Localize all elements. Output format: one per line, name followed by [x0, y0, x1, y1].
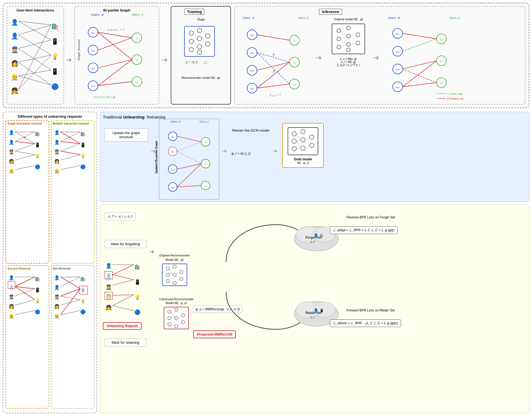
- svg-line-145: [15, 155, 35, 160]
- svg-line-216: [177, 164, 201, 169]
- unlearning-people-svg: 👤 👤 👮 👩 👧 🛍️ 📱 💡 🔵: [104, 259, 147, 319]
- svg-text:u₃: u₃: [91, 66, 95, 70]
- svg-text:👤: 👤: [106, 273, 112, 279]
- updated-bipartite-label: Updated Bi-partite Graph: [155, 141, 158, 174]
- mmrecun-box: 𝒟_T = 𝒟_r ∪ 𝒟_f Mark for forgetting ➜ 👤 …: [100, 204, 529, 413]
- original-gcn: [329, 22, 368, 55]
- svg-line-196: [60, 300, 80, 305]
- svg-text:u₂: u₂: [91, 48, 95, 52]
- svg-line-22: [18, 55, 51, 89]
- svg-line-249: [112, 295, 134, 306]
- svg-text:📱: 📱: [320, 308, 324, 313]
- svg-text:i₁: i₁: [136, 36, 138, 40]
- svg-line-80: [257, 35, 290, 40]
- svg-line-146: [15, 166, 35, 170]
- svg-text:🔵: 🔵: [134, 309, 141, 315]
- svg-line-160: [60, 144, 80, 151]
- svg-text:i₂: i₂: [440, 59, 443, 63]
- item-removal-box: Item Removal 👤 👤 👮 👩 👷 🛍️ 📱 💡 🔵: [51, 265, 95, 409]
- svg-text:i₂: i₂: [204, 162, 207, 166]
- svg-line-143: [15, 144, 35, 151]
- svg-text:i₃: i₃: [204, 184, 207, 188]
- svg-line-124: [403, 83, 436, 87]
- mark-forgetting-box: Mark for forgetting: [104, 240, 147, 248]
- svg-text:🔵: 🔵: [35, 164, 40, 169]
- svg-rect-221: [288, 128, 318, 155]
- svg-line-253: [112, 295, 134, 295]
- graph-structure-label: Graph structure: [77, 39, 80, 60]
- svg-line-13: [18, 25, 51, 35]
- arrow-inf1: ➜: [316, 53, 322, 62]
- svg-text:🛍️: 🛍️: [51, 23, 59, 30]
- svg-text:u₄: u₄: [250, 86, 254, 90]
- result-graph: Users 𝒰 Items 𝒥 u₁ u₂ u₃ u₄ i₁ i₂ i₃: [383, 16, 465, 104]
- svg-text:🛍️: 🛍️: [35, 276, 40, 282]
- svg-text:= ?: = ?: [276, 93, 281, 96]
- arrow-1: ➜: [66, 55, 72, 64]
- original-model-box: Original model M(·, φ) e_u = M(u, φ): [326, 18, 370, 89]
- svg-text:👤: 👤: [54, 275, 60, 280]
- svg-text:🛍️: 🛍️: [134, 264, 141, 270]
- svg-text:?: ?: [273, 69, 275, 74]
- result-diagram: u₁ u₂ u₃ u₄ i₁ i₂ i₃: [383, 20, 463, 100]
- svg-text:📱: 📱: [35, 142, 40, 148]
- svg-line-194: [60, 277, 80, 287]
- proposed-text: Proposed MMRecUN: [197, 332, 232, 336]
- unlearning-people: 👤 👤 👮 👩 👧 🛍️ 📱 💡 🔵: [104, 259, 148, 320]
- svg-text:✗ Unlikely edge: ✗ Unlikely edge: [447, 97, 463, 100]
- svg-text:u_i,i_1: u_i,i_1: [111, 28, 118, 31]
- svg-text:👤: 👤: [9, 285, 14, 290]
- svg-text:👮: 👮: [11, 46, 19, 53]
- dt-formula-box: 𝒟_T = 𝒟_r ∪ 𝒟_f: [104, 213, 135, 220]
- bipartite-panel: Bi-partite Graph Users 𝒰 Items 𝒥 Graph s…: [74, 6, 159, 105]
- svg-text:i₂: i₂: [293, 60, 296, 64]
- svg-text:✕: ✕: [23, 136, 26, 140]
- svg-line-162: [60, 166, 80, 170]
- train-label: Train: [197, 18, 205, 22]
- svg-text:👮: 👮: [54, 294, 60, 299]
- svg-line-252: [112, 275, 134, 280]
- original-recommender: Original Recommender Model M(·, φ): [159, 254, 190, 288]
- svg-text:u,i: u,i: [273, 94, 275, 97]
- svg-line-18: [18, 62, 51, 85]
- svg-line-217: [177, 164, 201, 187]
- phi-r-formula: φ_r = A(𝒟_r): [232, 152, 250, 155]
- svg-line-220: [177, 151, 201, 164]
- svg-text:𝒟_f: 𝒟_f: [310, 240, 315, 243]
- svg-line-17: [18, 55, 51, 62]
- users-inf: Users 𝒰: [242, 16, 254, 20]
- svg-text:📱: 📱: [51, 68, 59, 75]
- svg-line-21: [18, 25, 51, 89]
- svg-text:🔵: 🔵: [51, 83, 59, 90]
- item-removal-diagram: 👤 👤 👮 👩 👷 🛍️ 📱 💡 🔵: [53, 271, 91, 324]
- svg-line-177: [15, 289, 35, 296]
- svg-text:u₃: u₃: [171, 167, 175, 171]
- single-interaction-title: Single interaction removal: [7, 122, 47, 125]
- reform-formula-box: ℒ_reform = ℒ_RPR − (λ_C ℒ_C + λ_φ ||φ||²…: [330, 319, 401, 327]
- svg-text:👤: 👤: [314, 233, 319, 238]
- svg-text:👤: 👤: [54, 130, 60, 135]
- svg-text:👷: 👷: [9, 313, 14, 319]
- svg-text:u₁: u₁: [396, 31, 399, 36]
- account-removal-diagram: 👤 👤 👮 👩 👷 🛍️ 📱 💡 🔵: [7, 271, 46, 324]
- svg-text:👷: 👷: [54, 313, 60, 319]
- svg-text:👩: 👩: [54, 159, 60, 164]
- svg-line-38: [98, 32, 132, 60]
- gold-model-label: Gold model: [287, 157, 319, 161]
- mark-forgetting-text: Mark for forgetting: [111, 242, 140, 246]
- svg-text:i₁: i₁: [440, 37, 443, 41]
- svg-text:i₃: i₃: [440, 81, 443, 85]
- svg-text:📱: 📱: [51, 38, 59, 45]
- single-interaction-box: Single interaction removal 👤 👤 👮 👩 👷 🛍️ …: [5, 120, 49, 264]
- svg-text:u₄: u₄: [171, 185, 174, 189]
- svg-text:👮: 👮: [9, 294, 14, 299]
- users-res: Users 𝒰: [388, 16, 400, 20]
- svg-text:👤: 👤: [11, 32, 19, 40]
- svg-text:i₂: i₂: [136, 58, 138, 62]
- updated-bipartite-svg: u₁ u₂ u₃ u₄ i₁ i₂ i₃: [160, 124, 218, 198]
- svg-text:🔵: 🔵: [80, 309, 86, 314]
- svg-text:👤: 👤: [106, 263, 112, 269]
- users-label-bipartite: Users 𝒰: [91, 13, 103, 17]
- user-item-panel: User-Item Interactions 👤 👤 👮 👩 👷 👧 🛍️ 📱 …: [7, 6, 64, 105]
- reform-formula: ℒ_reform = ℒ_RPR − (λ_C ℒ_C + λ_φ ||φ||²…: [333, 321, 398, 325]
